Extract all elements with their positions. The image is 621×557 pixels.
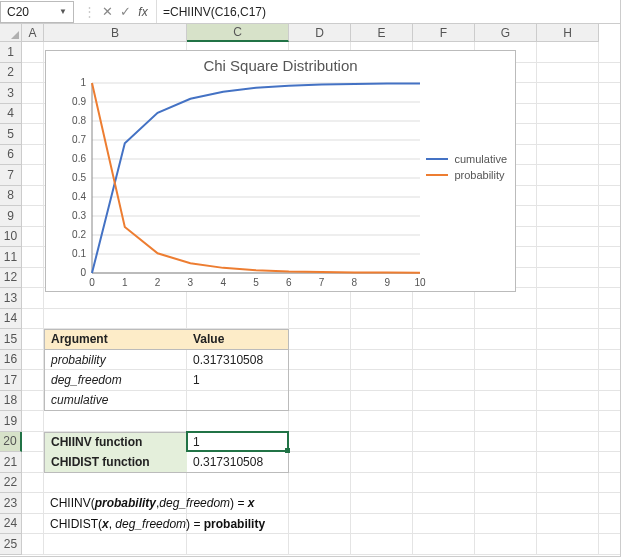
row-header[interactable]: 6: [0, 145, 22, 166]
legend-swatch: [426, 174, 448, 176]
syntax-line-2: CHIDIST(x, deg_freedom) = probability: [50, 517, 265, 531]
svg-text:4: 4: [220, 277, 226, 288]
row-header[interactable]: 24: [0, 514, 22, 535]
svg-text:5: 5: [253, 277, 259, 288]
row-header[interactable]: 22: [0, 473, 22, 494]
row-header[interactable]: 25: [0, 534, 22, 555]
row-header[interactable]: 15: [0, 329, 22, 350]
fx-icon[interactable]: fx: [134, 5, 152, 19]
worksheet-grid[interactable]: ABCDEFGH 1234567891011121314151617181920…: [0, 24, 620, 556]
column-header[interactable]: E: [351, 24, 413, 42]
func-row-name: CHIINV function: [44, 432, 187, 453]
row-header[interactable]: 10: [0, 227, 22, 248]
row-headers: 1234567891011121314151617181920212223242…: [0, 42, 22, 555]
svg-text:8: 8: [352, 277, 358, 288]
func-row-name: CHIDIST function: [44, 452, 187, 473]
row-header[interactable]: 2: [0, 63, 22, 84]
svg-text:1: 1: [80, 77, 86, 88]
accept-icon[interactable]: ✓: [116, 4, 134, 19]
args-header-arg: Argument: [44, 329, 187, 350]
args-row-arg: cumulative: [44, 391, 187, 412]
args-row-arg: deg_freedom: [44, 370, 187, 391]
column-header[interactable]: F: [413, 24, 475, 42]
svg-text:0: 0: [89, 277, 95, 288]
column-headers: ABCDEFGH: [22, 24, 599, 42]
legend-label: probability: [454, 169, 504, 181]
formula-bar-icons: ⋮ ✕ ✓ fx: [76, 0, 157, 23]
svg-text:0.5: 0.5: [72, 172, 86, 183]
svg-text:0.2: 0.2: [72, 229, 86, 240]
name-box[interactable]: C20 ▼: [0, 1, 74, 23]
args-row-val: 0.317310508: [187, 350, 289, 371]
row-header[interactable]: 14: [0, 309, 22, 330]
column-header[interactable]: D: [289, 24, 351, 42]
row-header[interactable]: 20: [0, 432, 22, 453]
legend-item-cumulative: cumulative: [426, 153, 507, 165]
column-header[interactable]: C: [187, 24, 289, 42]
svg-text:0.4: 0.4: [72, 191, 86, 202]
args-header-val: Value: [187, 329, 289, 350]
separator-icon: ⋮: [80, 4, 98, 19]
args-row-val: [187, 391, 289, 412]
column-header[interactable]: A: [22, 24, 44, 42]
chart-legend: cumulative probability: [426, 149, 507, 185]
svg-text:0.8: 0.8: [72, 115, 86, 126]
select-all-corner[interactable]: [0, 24, 22, 42]
svg-text:10: 10: [414, 277, 426, 288]
cells-area: Chi Square Distribution 00.10.20.30.40.5…: [22, 42, 620, 556]
chart[interactable]: Chi Square Distribution 00.10.20.30.40.5…: [45, 50, 516, 292]
svg-text:0.7: 0.7: [72, 134, 86, 145]
legend-label: cumulative: [454, 153, 507, 165]
args-row-arg: probability: [44, 350, 187, 371]
svg-text:0.1: 0.1: [72, 248, 86, 259]
svg-text:2: 2: [155, 277, 161, 288]
name-box-value: C20: [7, 5, 29, 19]
svg-text:0.3: 0.3: [72, 210, 86, 221]
row-header[interactable]: 17: [0, 370, 22, 391]
column-header[interactable]: H: [537, 24, 599, 42]
row-header[interactable]: 4: [0, 104, 22, 125]
row-header[interactable]: 19: [0, 411, 22, 432]
row-header[interactable]: 5: [0, 124, 22, 145]
formula-bar: C20 ▼ ⋮ ✕ ✓ fx =CHIINV(C16,C17): [0, 0, 620, 24]
svg-text:6: 6: [286, 277, 292, 288]
row-header[interactable]: 21: [0, 452, 22, 473]
svg-text:1: 1: [122, 277, 128, 288]
svg-text:0.9: 0.9: [72, 96, 86, 107]
row-header[interactable]: 3: [0, 83, 22, 104]
svg-text:9: 9: [384, 277, 390, 288]
formula-input[interactable]: =CHIINV(C16,C17): [157, 5, 620, 19]
excel-window: C20 ▼ ⋮ ✕ ✓ fx =CHIINV(C16,C17) ABCDEFGH…: [0, 0, 621, 557]
svg-text:0.6: 0.6: [72, 153, 86, 164]
row-header[interactable]: 9: [0, 206, 22, 227]
column-header[interactable]: B: [44, 24, 187, 42]
cancel-icon[interactable]: ✕: [98, 4, 116, 19]
svg-text:0: 0: [80, 267, 86, 278]
row-header[interactable]: 8: [0, 186, 22, 207]
legend-swatch: [426, 158, 448, 160]
row-header[interactable]: 1: [0, 42, 22, 63]
row-header[interactable]: 12: [0, 268, 22, 289]
row-header[interactable]: 18: [0, 391, 22, 412]
legend-item-probability: probability: [426, 169, 507, 181]
row-header[interactable]: 16: [0, 350, 22, 371]
syntax-line-1: CHIINV(probability,deg_freedom) = x: [50, 496, 254, 510]
row-header[interactable]: 7: [0, 165, 22, 186]
row-header[interactable]: 23: [0, 493, 22, 514]
row-header[interactable]: 13: [0, 288, 22, 309]
args-row-val: 1: [187, 370, 289, 391]
svg-text:3: 3: [188, 277, 194, 288]
func-row-val: 0.317310508: [187, 452, 289, 473]
chevron-down-icon[interactable]: ▼: [59, 7, 67, 16]
svg-text:7: 7: [319, 277, 325, 288]
column-header[interactable]: G: [475, 24, 537, 42]
row-header[interactable]: 11: [0, 247, 22, 268]
func-row-val: 1: [187, 432, 289, 453]
